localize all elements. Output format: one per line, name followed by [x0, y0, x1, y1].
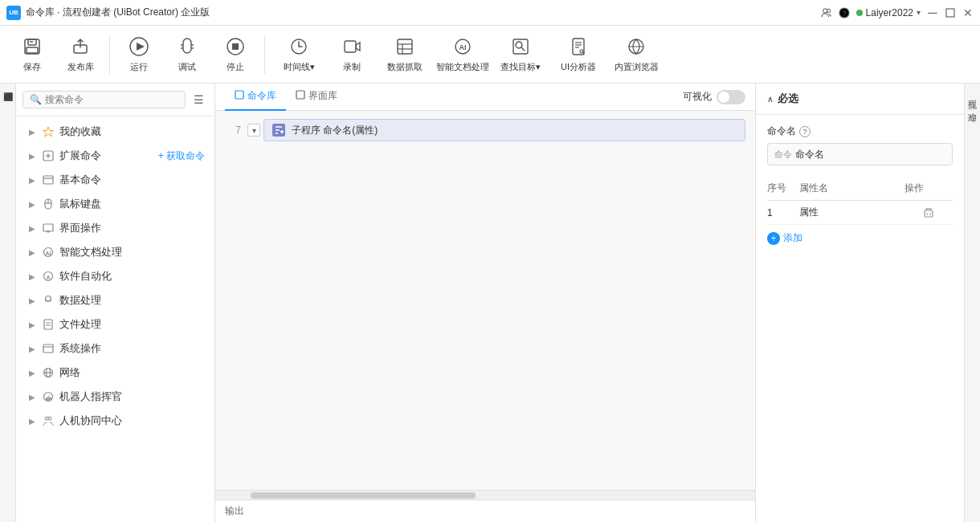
toolbar-debug[interactable]: 调试: [165, 30, 210, 80]
toolbar-capture[interactable]: 数据抓取: [378, 30, 432, 80]
tab-ui-lib[interactable]: 界面库: [286, 84, 347, 111]
user-dropdown-icon[interactable]: ▾: [917, 8, 921, 17]
svg-marker-11: [137, 43, 145, 51]
delete-row-btn[interactable]: [904, 207, 953, 218]
input-prefix: 命令: [774, 149, 792, 161]
tree-item-basic-cmd[interactable]: ▶ 基本命令: [16, 168, 214, 192]
row-index: 1: [767, 207, 799, 218]
cmd-name-input[interactable]: 命令 命令名: [767, 143, 953, 165]
right-icon-cool[interactable]: 冷却: [965, 103, 980, 109]
tree-item-mouse-keyboard[interactable]: ▶ 鼠标键盘: [16, 192, 214, 216]
search-input[interactable]: [45, 94, 178, 105]
tree-item-favorites[interactable]: ▶ 我的收藏: [16, 120, 214, 144]
svg-text:🤖: 🤖: [46, 395, 52, 402]
toolbar-stop[interactable]: 停止: [213, 30, 258, 80]
maximize-button[interactable]: [945, 7, 956, 18]
tree-item-file-proc[interactable]: ▶ 文件处理: [16, 312, 214, 336]
publish-icon: [69, 35, 92, 58]
toolbar-record[interactable]: 录制: [329, 30, 374, 80]
tree-item-data-proc[interactable]: ▶ 数据处理: [16, 288, 214, 312]
ui-lib-label: 界面库: [308, 89, 337, 103]
add-label: 添加: [783, 231, 802, 245]
sys-op-label: 系统操作: [59, 341, 101, 356]
command-lib-icon: [235, 90, 244, 102]
favorites-icon: [42, 125, 55, 138]
collapse-btn-7[interactable]: ▾: [247, 124, 260, 137]
toolbar-save[interactable]: 保存: [10, 30, 55, 80]
right-icon-flow[interactable]: 流程: [965, 90, 980, 96]
toolbar-find-target[interactable]: 查找目标▾: [493, 30, 548, 80]
user-info[interactable]: Laiyer2022 ▾: [856, 7, 921, 18]
canvas-area: 7 ▾ 子程序 命令名(属性): [215, 111, 755, 490]
command-block-7[interactable]: 子程序 命令名(属性): [263, 119, 745, 141]
software-auto-arrow: ▶: [29, 272, 37, 281]
svg-rect-41: [43, 176, 53, 184]
tree-item-ai-doc[interactable]: ▶ AI 智能文档处理: [16, 240, 214, 264]
svg-point-65: [48, 417, 51, 420]
human-robot-label: 人机协同中心: [59, 414, 122, 428]
ai-doc-arrow: ▶: [29, 248, 37, 257]
tab-command-lib[interactable]: 命令库: [225, 84, 286, 111]
toolbar-publish[interactable]: 发布库: [58, 30, 103, 80]
row-attr: 属性: [799, 206, 904, 219]
scrollbar-thumb[interactable]: [251, 492, 476, 499]
browser-icon: [625, 35, 647, 58]
tree-item-screen-op[interactable]: ▶ 界面操作: [16, 216, 214, 240]
help-icon[interactable]: ?: [799, 126, 811, 137]
svg-rect-30: [573, 39, 584, 55]
stop-icon: [224, 35, 247, 58]
minimize-button[interactable]: ─: [927, 7, 938, 18]
visualize-switch[interactable]: [717, 90, 745, 104]
horizontal-scrollbar[interactable]: [215, 490, 755, 500]
titlebar-right: ? Laiyer2022 ▾ ─ ✕: [821, 7, 974, 18]
toolbar-ui-analyzer[interactable]: UI分析器: [551, 30, 606, 80]
basic-cmd-label: 基本命令: [59, 173, 101, 187]
team-icon[interactable]: [821, 7, 832, 18]
tree-item-extend-cmd[interactable]: ▶ 扩展命令 + 获取命令: [16, 144, 214, 168]
svg-rect-27: [513, 39, 528, 54]
visualize-toggle[interactable]: 可视化: [683, 90, 745, 104]
tree-item-human-robot[interactable]: ▶ 人机协同中心: [16, 409, 214, 433]
save-label: 保存: [23, 61, 41, 73]
svg-line-29: [521, 47, 525, 51]
find-target-icon: [509, 35, 532, 58]
tree-item-sys-op[interactable]: ▶ 系统操作: [16, 336, 214, 361]
svg-rect-21: [398, 39, 412, 54]
tree-item-software-auto[interactable]: ▶ A 软件自动化: [16, 264, 214, 288]
debug-label: 调试: [178, 61, 196, 73]
main-area: ⬛ 🔍 ☰ ▶ 我的收藏 ▶ 扩展命令 + 获取命令: [0, 84, 980, 522]
toolbar-run[interactable]: 运行: [116, 30, 161, 80]
tree-item-network[interactable]: ▶ 网络: [16, 361, 214, 385]
search-icon: 🔍: [30, 94, 42, 105]
tab-bar: 命令库 界面库 可视化: [215, 84, 755, 111]
section-label: 必选: [778, 92, 798, 106]
ui-analyzer-icon: [567, 35, 590, 58]
mouse-keyboard-icon: [42, 198, 55, 210]
add-attribute-btn[interactable]: + 添加: [767, 225, 953, 251]
data-proc-label: 数据处理: [59, 293, 101, 308]
search-input-wrap[interactable]: 🔍: [22, 91, 186, 108]
toolbar-timeline[interactable]: 时间线▾: [272, 30, 326, 80]
svg-text:AI: AI: [459, 43, 467, 51]
svg-marker-20: [356, 43, 360, 51]
svg-rect-66: [235, 91, 243, 99]
mouse-keyboard-arrow: ▶: [29, 200, 37, 209]
toolbar-divider-2: [264, 35, 265, 74]
close-button[interactable]: ✕: [962, 7, 974, 18]
tree-item-robot-cmd[interactable]: ▶ 🤖 机器人指挥官: [16, 385, 214, 409]
find-target-label: 查找目标▾: [500, 61, 541, 73]
left-icon-1[interactable]: ⬛: [2, 90, 14, 103]
sidebar-collapse-btn[interactable]: ☰: [189, 90, 208, 109]
svg-rect-4: [946, 9, 954, 17]
output-bar: 输出: [215, 500, 755, 522]
col-header-op: 操作: [904, 181, 953, 195]
toolbar-browser[interactable]: 内置浏览器: [609, 30, 664, 80]
network-label: 网络: [59, 365, 80, 380]
get-cmd-action[interactable]: + 获取命令: [158, 149, 205, 163]
attributes-table: 序号 属性名 操作 1 属性: [767, 177, 953, 225]
help-icon[interactable]: ?: [839, 7, 850, 18]
toolbar-ai-doc[interactable]: AI 智能文档处理: [435, 30, 490, 80]
capture-icon: [394, 35, 416, 58]
command-lib-label: 命令库: [247, 89, 276, 103]
table-header: 序号 属性名 操作: [767, 177, 953, 201]
